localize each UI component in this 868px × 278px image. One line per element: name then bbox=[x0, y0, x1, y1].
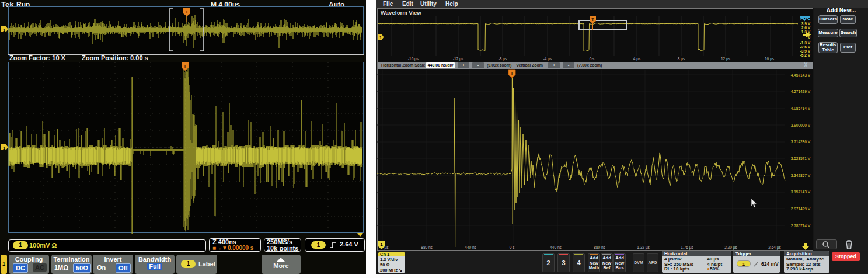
svg-text:T: T bbox=[511, 71, 514, 76]
svg-text:1: 1 bbox=[3, 145, 6, 151]
svg-text:T: T bbox=[184, 64, 187, 69]
